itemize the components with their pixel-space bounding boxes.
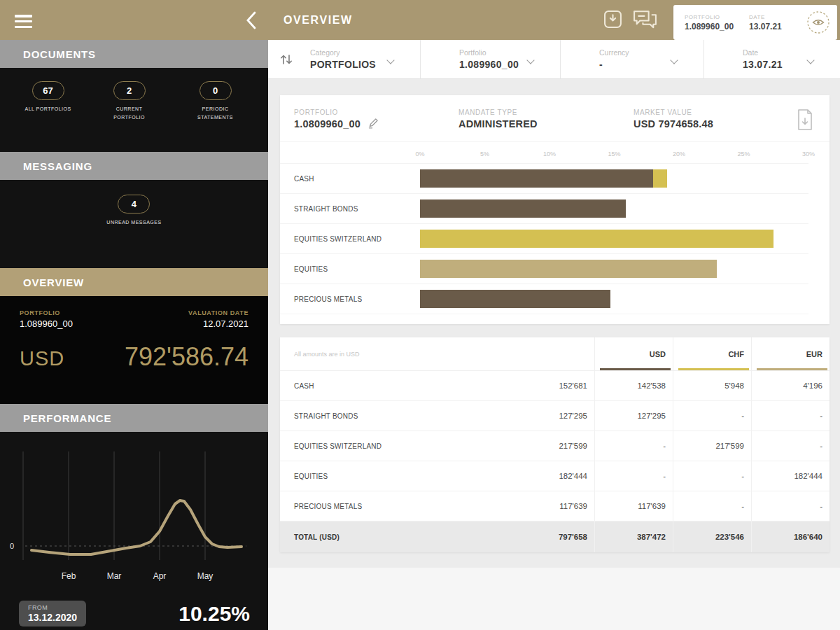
badge-label: CURRENT PORTFOLIO [102, 105, 158, 122]
bar-label: EQUITIES SWITZERLAND [280, 235, 420, 243]
menu-icon[interactable] [15, 12, 32, 31]
table-note: All amounts are in USD [280, 337, 594, 370]
row-currency-value: 4'196 [751, 371, 830, 400]
messaging-badge[interactable]: 4UNREAD MESSAGES [106, 195, 161, 227]
bar-track [420, 260, 808, 278]
detail-portfolio-label: PORTFOLIO [294, 108, 458, 116]
back-icon[interactable] [246, 10, 257, 30]
currency-column-chf[interactable]: CHF [673, 337, 751, 370]
overview-amount: 792'586.74 [125, 342, 248, 372]
overview-valuation-value: 12.07.2021 [188, 318, 248, 329]
topbar-portfolio: PORTFOLIO 1.089960_00 [685, 14, 734, 31]
row-label: PRECIOUS METALS [294, 503, 362, 510]
row-currency-value: - [594, 461, 673, 491]
bar-segment [420, 169, 653, 188]
currency-column-eur[interactable]: EUR [751, 337, 830, 370]
portfolio-detail-row: PORTFOLIO 1.0809960_00 MANDATE TYPE ADMI… [280, 95, 830, 142]
performance-chart: 0FebMarAprMay [0, 438, 268, 588]
row-label: TOTAL (USD) [294, 533, 340, 541]
badge-count: 67 [32, 81, 64, 100]
row-currency-value: - [594, 431, 673, 461]
filter-label: Category [310, 48, 420, 57]
filter-value: - [599, 59, 704, 70]
documents-badge[interactable]: 2CURRENT PORTFOLIO [102, 81, 158, 122]
axis-tick: 20% [673, 150, 685, 158]
filter-label: Portfolio [459, 48, 560, 57]
overview-panel: PORTFOLIO 1.089960_00 VALUATION DATE 12.… [0, 296, 268, 404]
filter-date[interactable]: Date13.07.21 [704, 40, 840, 78]
bar-row: EQUITIES [280, 254, 808, 284]
topbar-date: DATE 13.07.21 [749, 14, 782, 31]
performance-title: PERFORMANCE [23, 412, 111, 424]
detail-portfolio-value: 1.0809960_00 [294, 118, 360, 130]
download-report-icon[interactable] [796, 108, 814, 131]
bottom-strip [268, 568, 840, 630]
bar-row: EQUITIES SWITZERLAND [280, 224, 808, 254]
bar-segment [420, 230, 774, 248]
row-base-value: 152'681 [559, 382, 587, 390]
sidebar-section-documents[interactable]: DOCUMENTS [0, 40, 268, 68]
row-currency-value: - [673, 461, 751, 491]
page-title: OVERVIEW [284, 14, 353, 27]
detail-market-value: MARKET VALUE USD 7974658.48 [634, 108, 796, 130]
bar-segment [420, 260, 717, 278]
row-label: EQUITIES [294, 472, 328, 480]
row-currency-value: 127'295 [594, 401, 673, 430]
allocation-card: PORTFOLIO 1.0809960_00 MANDATE TYPE ADMI… [280, 95, 830, 324]
filter-value: 1.089960_00 [459, 59, 560, 70]
bar-track [420, 290, 808, 308]
overview-valuation: VALUATION DATE 12.07.2021 [188, 309, 248, 329]
documents-badge[interactable]: 0PERIODIC STATEMENTS [188, 81, 244, 122]
filter-groups: CategoryPORTFOLIOSPortfolio1.089960_00Cu… [304, 40, 840, 78]
documents-badge[interactable]: 67ALL PORTFOLIOS [24, 81, 71, 113]
svg-text:Feb: Feb [62, 571, 76, 581]
overview-portfolio-label: PORTFOLIO [20, 309, 73, 316]
filter-portfolio[interactable]: Portfolio1.089960_00 [420, 40, 560, 78]
overview-valuation-label: VALUATION DATE [188, 309, 248, 316]
bar-label: EQUITIES [280, 265, 420, 273]
row-currency-value: 223'546 [673, 522, 751, 552]
overview-portfolio-value: 1.089960_00 [20, 318, 73, 329]
filter-category[interactable]: CategoryPORTFOLIOS [304, 40, 420, 78]
filter-currency[interactable]: Currency- [560, 40, 704, 78]
row-label: CASH [294, 382, 314, 390]
detail-mandate: MANDATE TYPE ADMINISTERED [458, 108, 634, 130]
eye-icon[interactable] [806, 10, 830, 34]
topbar: OVERVIEW PORTFOLIO 1.089960_00 DATE 13.0… [0, 0, 840, 40]
row-base-value: 797'658 [559, 533, 587, 541]
bar-label: CASH [280, 175, 420, 183]
allocation-axis: 0%5%10%15%20%25%30% [420, 148, 808, 163]
topbar-date-label: DATE [749, 14, 782, 20]
bar-label: STRAIGHT BONDS [280, 205, 420, 213]
topbar-portfolio-value: 1.089960_00 [685, 22, 734, 31]
chat-icon[interactable] [632, 9, 658, 29]
allocation-rows: CASHSTRAIGHT BONDSEQUITIES SWITZERLANDEQ… [280, 163, 808, 314]
row-currency-value: - [673, 401, 751, 430]
bar-row: PRECIOUS METALS [280, 284, 808, 314]
row-label: EQUITIES SWITZERLAND [294, 442, 382, 450]
axis-tick: 5% [480, 150, 489, 158]
row-label: STRAIGHT BONDS [294, 412, 358, 420]
bar-row: STRAIGHT BONDS [280, 194, 808, 224]
detail-mandate-label: MANDATE TYPE [458, 108, 634, 116]
compare-arrows-icon[interactable] [268, 40, 304, 78]
portfolio-date-card[interactable]: PORTFOLIO 1.089960_00 DATE 13.07.21 [673, 5, 837, 40]
edit-icon[interactable] [368, 117, 379, 129]
axis-tick: 25% [737, 150, 750, 158]
currency-column-usd[interactable]: USD [594, 337, 673, 370]
axis-tick: 0% [415, 150, 424, 158]
table-row: EQUITIES182'444--182'444 [280, 461, 830, 491]
currency-table-card: All amounts are in USD USDCHFEUR CASH152… [280, 337, 830, 552]
badge-label: UNREAD MESSAGES [106, 218, 161, 227]
detail-market-value-text: USD 7974658.48 [634, 118, 796, 130]
sidebar-section-messaging[interactable]: MESSAGING [0, 152, 268, 180]
row-currency-value: - [751, 491, 830, 521]
sidebar-section-performance[interactable]: PERFORMANCE [0, 404, 268, 432]
badge-count: 2 [113, 81, 146, 100]
currency-underline [600, 368, 671, 370]
sidebar-section-overview[interactable]: OVERVIEW [0, 268, 268, 296]
main-content: CategoryPORTFOLIOSPortfolio1.089960_00Cu… [268, 40, 840, 630]
from-date-button[interactable]: FROM 13.12.2020 [19, 601, 86, 626]
document-download-icon[interactable] [603, 10, 622, 29]
from-value: 13.12.2020 [28, 612, 77, 623]
